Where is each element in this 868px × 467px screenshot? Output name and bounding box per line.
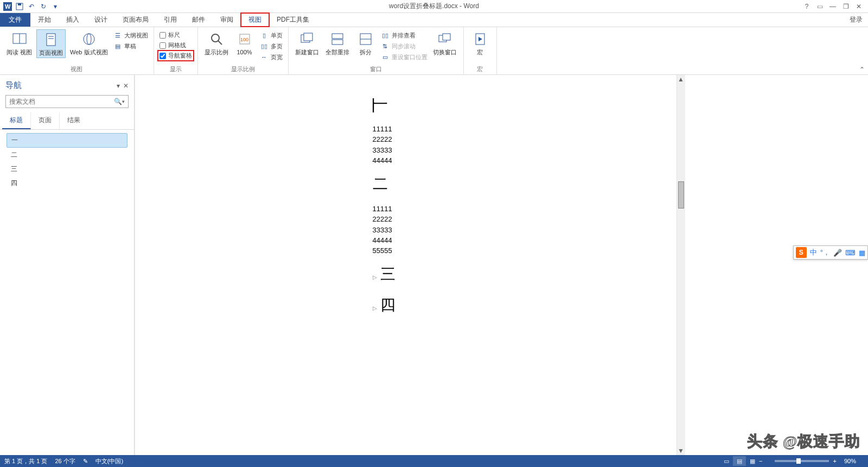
- ribbon-display-options[interactable]: ▭: [814, 1, 826, 12]
- split-button[interactable]: 拆分: [354, 29, 378, 62]
- print-layout-button[interactable]: 页面视图: [36, 29, 66, 58]
- arrange-all-button[interactable]: 全部重排: [323, 29, 352, 62]
- tab-pdf-tools[interactable]: PDF工具集: [269, 13, 317, 27]
- tab-home[interactable]: 开始: [30, 13, 59, 27]
- doc-body-line[interactable]: 44444: [373, 156, 622, 166]
- zoom-out-button[interactable]: −: [759, 458, 762, 464]
- view-read-mode-icon[interactable]: ▭: [720, 456, 733, 466]
- collapse-triangle-icon[interactable]: ▷: [373, 274, 378, 281]
- ime-mic-icon[interactable]: 🎤: [833, 249, 842, 257]
- ime-menu-icon[interactable]: ▦: [859, 249, 865, 257]
- tab-mailings[interactable]: 邮件: [184, 13, 213, 27]
- scroll-up-button[interactable]: ▲: [677, 75, 685, 84]
- doc-body-line[interactable]: 33333: [373, 146, 622, 155]
- nav-search-input[interactable]: [9, 98, 114, 105]
- document-area[interactable]: |一11111222223333344444二11111222223333344…: [135, 75, 868, 455]
- doc-body-line[interactable]: 22222: [373, 135, 622, 144]
- search-dropdown-icon[interactable]: ▾: [122, 99, 125, 104]
- multi-page-button[interactable]: ▯▯多页: [259, 41, 284, 51]
- nav-heading-item[interactable]: 一: [7, 133, 127, 148]
- doc-body-line[interactable]: 55555: [373, 246, 622, 256]
- ruler-check-input[interactable]: [159, 32, 166, 39]
- nav-tab-headings[interactable]: 标题: [2, 112, 31, 129]
- document-page[interactable]: |一11111222223333344444二11111222223333344…: [318, 75, 676, 455]
- view-side-by-side-button[interactable]: ▯▯并排查看: [380, 30, 429, 40]
- zoom-slider[interactable]: [775, 460, 829, 462]
- tab-references[interactable]: 引用: [156, 13, 184, 27]
- ime-logo-icon[interactable]: S: [796, 247, 807, 258]
- nav-tab-results[interactable]: 结果: [60, 112, 88, 129]
- minimize-button[interactable]: —: [827, 1, 839, 12]
- search-icon[interactable]: 🔍: [114, 98, 122, 105]
- gridlines-check-input[interactable]: [159, 42, 166, 49]
- one-page-icon: ▯: [260, 31, 269, 40]
- nav-heading-item[interactable]: 二: [7, 148, 127, 162]
- tab-view[interactable]: 视图: [241, 13, 269, 27]
- nav-heading-item[interactable]: 四: [7, 176, 127, 190]
- sign-in-link[interactable]: 登录: [850, 13, 868, 27]
- doc-heading[interactable]: ▷三: [373, 263, 622, 285]
- svg-rect-3: [18, 3, 21, 5]
- new-window-button[interactable]: 新建窗口: [293, 29, 321, 62]
- web-layout-button[interactable]: Web 版式视图: [68, 29, 110, 58]
- vertical-scrollbar[interactable]: ▲ ▼: [676, 75, 685, 455]
- status-spellcheck-icon[interactable]: ✎: [83, 458, 88, 465]
- tab-review[interactable]: 审阅: [213, 13, 241, 27]
- status-word-count[interactable]: 26 个字: [55, 457, 75, 465]
- restore-button[interactable]: ❐: [840, 1, 852, 12]
- outline-view-button[interactable]: ☰大纲视图: [112, 30, 149, 40]
- tab-insert[interactable]: 插入: [59, 13, 87, 27]
- view-print-layout-icon[interactable]: ▤: [733, 456, 746, 466]
- nav-pane-close-icon[interactable]: ✕: [123, 82, 129, 90]
- ribbon: 阅读 视图 页面视图 Web 版式视图 ☰大纲视图 ▤草稿 视图 标尺 网格线 …: [0, 27, 868, 75]
- zoom-slider-knob[interactable]: [796, 458, 801, 464]
- draft-view-button[interactable]: ▤草稿: [112, 41, 149, 51]
- status-page[interactable]: 第 1 页，共 1 页: [4, 457, 47, 465]
- ime-lang-button[interactable]: 中: [810, 248, 817, 257]
- nav-pane-dropdown-icon[interactable]: ▾: [117, 82, 120, 90]
- close-button[interactable]: ✕: [853, 1, 865, 12]
- zoom-100-button[interactable]: 100 100%: [233, 29, 257, 62]
- zoom-level[interactable]: 90%: [844, 458, 856, 464]
- one-page-button[interactable]: ▯单页: [259, 30, 284, 40]
- zoom-in-button[interactable]: +: [833, 458, 837, 464]
- ime-keyboard-icon[interactable]: ⌨: [845, 249, 856, 257]
- macros-button[interactable]: 宏: [468, 29, 492, 57]
- navigation-pane-checkbox[interactable]: 导航窗格: [158, 51, 193, 60]
- status-language[interactable]: 中文(中国): [95, 457, 123, 465]
- doc-body-line[interactable]: 44444: [373, 236, 622, 245]
- zoom-button[interactable]: 显示比例: [202, 29, 231, 62]
- tab-page-layout[interactable]: 页面布局: [115, 13, 156, 27]
- doc-heading[interactable]: ▷四: [373, 294, 622, 315]
- redo-icon[interactable]: ↻: [38, 1, 49, 12]
- undo-icon[interactable]: ↶: [26, 1, 37, 12]
- scroll-thumb[interactable]: [678, 181, 684, 209]
- nav-tab-pages[interactable]: 页面: [31, 112, 60, 129]
- navpane-check-input[interactable]: [159, 53, 166, 59]
- doc-heading[interactable]: |一: [373, 93, 622, 115]
- doc-heading[interactable]: 二: [373, 173, 622, 194]
- scroll-down-button[interactable]: ▼: [677, 446, 685, 455]
- ruler-checkbox[interactable]: 标尺: [158, 30, 193, 40]
- ime-punct-icon[interactable]: °，: [820, 248, 830, 257]
- collapse-ribbon-button[interactable]: ⌃: [859, 66, 865, 73]
- doc-body-line[interactable]: 11111: [373, 204, 622, 214]
- view-web-layout-icon[interactable]: ▦: [746, 456, 759, 466]
- help-button[interactable]: ?: [801, 1, 813, 12]
- doc-body-line[interactable]: 22222: [373, 214, 622, 224]
- collapse-triangle-icon[interactable]: ▷: [373, 305, 378, 312]
- doc-body-line[interactable]: 11111: [373, 124, 622, 134]
- read-mode-button[interactable]: 阅读 视图: [4, 29, 34, 58]
- gridlines-checkbox[interactable]: 网格线: [158, 41, 193, 50]
- switch-windows-button[interactable]: 切换窗口: [431, 29, 459, 62]
- qat-customize-icon[interactable]: ▾: [50, 1, 61, 12]
- tab-design[interactable]: 设计: [87, 13, 115, 27]
- ime-toolbar[interactable]: S 中 °， 🎤 ⌨ ▦: [793, 245, 868, 260]
- save-icon[interactable]: [14, 1, 25, 12]
- nav-search-box[interactable]: 🔍▾: [5, 95, 129, 108]
- scroll-track[interactable]: [677, 84, 685, 446]
- nav-heading-item[interactable]: 三: [7, 162, 127, 176]
- tab-file[interactable]: 文件: [0, 13, 30, 27]
- doc-body-line[interactable]: 33333: [373, 225, 622, 235]
- page-width-button[interactable]: ↔页宽: [259, 52, 284, 62]
